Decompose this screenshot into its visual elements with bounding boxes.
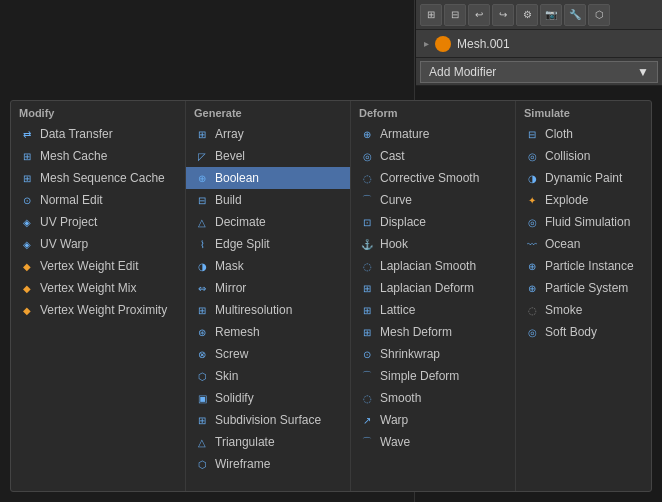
menu-item-subdivision-surface[interactable]: ⊞Subdivision Surface (186, 409, 350, 431)
displace-icon: ⊡ (359, 214, 375, 230)
multiresolution-label: Multiresolution (215, 303, 292, 317)
hook-label: Hook (380, 237, 408, 251)
add-modifier-button[interactable]: Add Modifier ▼ (420, 61, 658, 83)
lattice-icon: ⊞ (359, 302, 375, 318)
solidify-icon: ▣ (194, 390, 210, 406)
menu-item-lattice[interactable]: ⊞Lattice (351, 299, 515, 321)
menu-item-cast[interactable]: ◎Cast (351, 145, 515, 167)
toolbar-btn-3[interactable]: ↩ (468, 4, 490, 26)
menu-item-remesh[interactable]: ⊛Remesh (186, 321, 350, 343)
menu-item-boolean[interactable]: ⊕Boolean (186, 167, 350, 189)
menu-item-collision[interactable]: ◎Collision (516, 145, 662, 167)
menu-item-decimate[interactable]: △Decimate (186, 211, 350, 233)
menu-item-particle-instance[interactable]: ⊕Particle Instance (516, 255, 662, 277)
menu-item-ocean[interactable]: 〰Ocean (516, 233, 662, 255)
boolean-label: Boolean (215, 171, 259, 185)
menu-item-vertex-weight-edit[interactable]: ◆Vertex Weight Edit (11, 255, 185, 277)
menu-item-fluid-simulation[interactable]: ◎Fluid Simulation (516, 211, 662, 233)
mesh-deform-label: Mesh Deform (380, 325, 452, 339)
menu-item-wave[interactable]: ⌒Wave (351, 431, 515, 453)
mask-icon: ◑ (194, 258, 210, 274)
skin-icon: ⬡ (194, 368, 210, 384)
menu-item-curve[interactable]: ⌒Curve (351, 189, 515, 211)
triangulate-icon: △ (194, 434, 210, 450)
menu-item-explode[interactable]: ✦Explode (516, 189, 662, 211)
edge-split-label: Edge Split (215, 237, 270, 251)
column-modify: Modify⇄Data Transfer⊞Mesh Cache⊞Mesh Seq… (11, 101, 186, 491)
column-deform: Deform⊕Armature◎Cast◌Corrective Smooth⌒C… (351, 101, 516, 491)
build-icon: ⊟ (194, 192, 210, 208)
toolbar-btn-5[interactable]: ⚙ (516, 4, 538, 26)
menu-item-data-transfer[interactable]: ⇄Data Transfer (11, 123, 185, 145)
menu-item-smooth[interactable]: ◌Smooth (351, 387, 515, 409)
mask-label: Mask (215, 259, 244, 273)
mesh-cache-label: Mesh Cache (40, 149, 107, 163)
simple-deform-label: Simple Deform (380, 369, 459, 383)
menu-item-warp[interactable]: ↗Warp (351, 409, 515, 431)
dynamic-paint-label: Dynamic Paint (545, 171, 622, 185)
menu-item-mesh-deform[interactable]: ⊞Mesh Deform (351, 321, 515, 343)
toolbar-btn-4[interactable]: ↪ (492, 4, 514, 26)
menu-item-mesh-sequence-cache[interactable]: ⊞Mesh Sequence Cache (11, 167, 185, 189)
dynamic-paint-icon: ◑ (524, 170, 540, 186)
curve-label: Curve (380, 193, 412, 207)
menu-item-normal-edit[interactable]: ⊙Normal Edit (11, 189, 185, 211)
toolbar-btn-6[interactable]: 📷 (540, 4, 562, 26)
subdivision-surface-icon: ⊞ (194, 412, 210, 428)
particle-instance-label: Particle Instance (545, 259, 634, 273)
explode-icon: ✦ (524, 192, 540, 208)
curve-icon: ⌒ (359, 192, 375, 208)
menu-item-skin[interactable]: ⬡Skin (186, 365, 350, 387)
menu-item-vertex-weight-mix[interactable]: ◆Vertex Weight Mix (11, 277, 185, 299)
toolbar-btn-1[interactable]: ⊞ (420, 4, 442, 26)
menu-item-multiresolution[interactable]: ⊞Multiresolution (186, 299, 350, 321)
menu-item-simple-deform[interactable]: ⌒Simple Deform (351, 365, 515, 387)
cloth-icon: ⊟ (524, 126, 540, 142)
wireframe-icon: ⬡ (194, 456, 210, 472)
menu-item-build[interactable]: ⊟Build (186, 189, 350, 211)
menu-item-shrinkwrap[interactable]: ⊙Shrinkwrap (351, 343, 515, 365)
build-label: Build (215, 193, 242, 207)
decimate-label: Decimate (215, 215, 266, 229)
menu-item-solidify[interactable]: ▣Solidify (186, 387, 350, 409)
toolbar-btn-7[interactable]: 🔧 (564, 4, 586, 26)
screw-icon: ⊗ (194, 346, 210, 362)
menu-item-array[interactable]: ⊞Array (186, 123, 350, 145)
menu-item-wireframe[interactable]: ⬡Wireframe (186, 453, 350, 475)
menu-item-mirror[interactable]: ⇔Mirror (186, 277, 350, 299)
menu-item-mask[interactable]: ◑Mask (186, 255, 350, 277)
menu-item-hook[interactable]: ⚓Hook (351, 233, 515, 255)
vertex-weight-mix-icon: ◆ (19, 280, 35, 296)
menu-item-particle-system[interactable]: ⊕Particle System (516, 277, 662, 299)
menu-item-corrective-smooth[interactable]: ◌Corrective Smooth (351, 167, 515, 189)
menu-item-uv-project[interactable]: ◈UV Project (11, 211, 185, 233)
uv-warp-icon: ◈ (19, 236, 35, 252)
fluid-simulation-icon: ◎ (524, 214, 540, 230)
menu-item-uv-warp[interactable]: ◈UV Warp (11, 233, 185, 255)
menu-item-smoke[interactable]: ◌Smoke (516, 299, 662, 321)
menu-item-displace[interactable]: ⊡Displace (351, 211, 515, 233)
toolbar-btn-2[interactable]: ⊟ (444, 4, 466, 26)
subdivision-surface-label: Subdivision Surface (215, 413, 321, 427)
bevel-label: Bevel (215, 149, 245, 163)
simple-deform-icon: ⌒ (359, 368, 375, 384)
normal-edit-label: Normal Edit (40, 193, 103, 207)
menu-item-mesh-cache[interactable]: ⊞Mesh Cache (11, 145, 185, 167)
menu-item-laplacian-smooth[interactable]: ◌Laplacian Smooth (351, 255, 515, 277)
smoke-label: Smoke (545, 303, 582, 317)
warp-label: Warp (380, 413, 408, 427)
toolbar-btn-8[interactable]: ⬡ (588, 4, 610, 26)
menu-item-vertex-weight-proximity[interactable]: ◆Vertex Weight Proximity (11, 299, 185, 321)
menu-item-laplacian-deform[interactable]: ⊞Laplacian Deform (351, 277, 515, 299)
menu-item-edge-split[interactable]: ⌇Edge Split (186, 233, 350, 255)
ocean-label: Ocean (545, 237, 580, 251)
menu-item-soft-body[interactable]: ◎Soft Body (516, 321, 662, 343)
menu-item-triangulate[interactable]: △Triangulate (186, 431, 350, 453)
menu-item-dynamic-paint[interactable]: ◑Dynamic Paint (516, 167, 662, 189)
menu-item-cloth[interactable]: ⊟Cloth (516, 123, 662, 145)
menu-item-bevel[interactable]: ◸Bevel (186, 145, 350, 167)
menu-item-screw[interactable]: ⊗Screw (186, 343, 350, 365)
explode-label: Explode (545, 193, 588, 207)
collision-icon: ◎ (524, 148, 540, 164)
menu-item-armature[interactable]: ⊕Armature (351, 123, 515, 145)
